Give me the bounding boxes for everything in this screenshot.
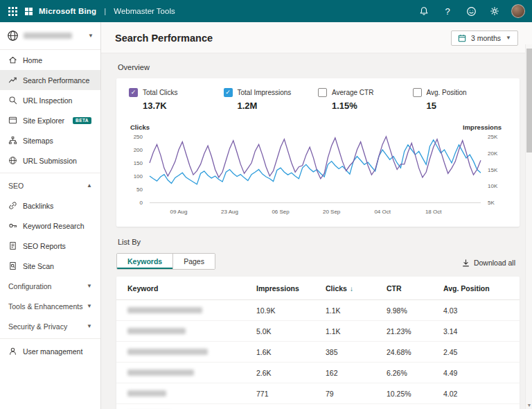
scrollbar-thumb[interactable] (526, 49, 532, 153)
sidebar-section-configuration[interactable]: Configuration ▼ (0, 276, 100, 296)
metrics-row: ✓ Total Clicks 13.7K ✓ Total Impressions… (129, 88, 507, 111)
sidebar-item-search-performance[interactable]: Search Performance (0, 70, 100, 90)
line-chart[interactable]: 250200150100500 25K20K15K10K5K (150, 137, 481, 203)
page-title: Search Performance (115, 33, 213, 44)
settings-button[interactable] (488, 4, 502, 18)
right-axis-title: Impressions (463, 123, 502, 131)
cell-keyword-redacted (127, 327, 256, 336)
product-name: Webmaster Tools (114, 7, 175, 15)
table-row[interactable]: 10.9K1.1K9.98%4.03 (116, 300, 520, 321)
cell-keyword-redacted (127, 306, 256, 315)
feedback-button[interactable] (464, 4, 478, 18)
x-axis-labels: 09 Aug23 Aug06 Sep20 Sep04 Oct18 Oct (150, 207, 481, 216)
table-row[interactable]: 1.6K38524.68%2.45 (116, 342, 520, 363)
left-axis-title: Clicks (130, 123, 150, 131)
help-button[interactable]: ? (441, 4, 454, 18)
left-axis-ticks: 250200150100500 (129, 137, 145, 202)
person-icon (8, 347, 17, 356)
sidebar-item-keyword-research[interactable]: Keyword Research (0, 216, 100, 236)
sidebar-item-sitemaps[interactable]: Sitemaps (0, 130, 100, 150)
table-row[interactable]: 5137414.42%3.75 (116, 404, 520, 409)
column-keyword[interactable]: Keyword (127, 284, 256, 293)
cell-impressions: 2.6K (256, 369, 326, 377)
metric-avg-position[interactable]: Avg. Position 15 (413, 88, 508, 111)
sort-desc-icon: ↓ (350, 285, 353, 293)
sidebar-section-tools-enhancements[interactable]: Tools & Enhancements ▼ (0, 296, 100, 316)
date-range-dropdown[interactable]: 3 months ▼ (451, 31, 518, 46)
metric-total-clicks[interactable]: ✓ Total Clicks 13.7K (129, 88, 224, 111)
notifications-button[interactable] (417, 4, 431, 18)
smiley-icon (466, 6, 477, 17)
y-axis-tick: 15K (488, 166, 497, 173)
column-impressions[interactable]: Impressions (256, 284, 326, 293)
download-all-button[interactable]: Download all (458, 256, 520, 270)
download-icon (462, 259, 470, 267)
x-axis-tick: 20 Sep (323, 209, 340, 215)
sidebar-item-seo-reports[interactable]: SEO Reports (0, 236, 100, 256)
sidebar-item-label: User management (23, 347, 82, 356)
x-axis-tick: 09 Aug (170, 209, 188, 215)
divider (0, 173, 100, 173)
sidebar-item-label: Keyword Research (23, 222, 85, 230)
column-avg-position[interactable]: Avg. Position (443, 284, 508, 293)
checkbox-total-impressions[interactable]: ✓ (224, 88, 233, 97)
sidebar-item-backlinks[interactable]: Backlinks (0, 195, 100, 216)
tab-keywords[interactable]: Keywords (117, 254, 172, 269)
main-content: Search Performance 3 months ▼ Overview ✓… (101, 22, 532, 409)
y-axis-tick: 0 (140, 200, 143, 206)
overview-label: Overview (118, 63, 520, 71)
sidebar-item-url-submission[interactable]: URL Submission (0, 150, 100, 171)
cell-impressions: 10.9K (256, 306, 326, 315)
y-axis-tick: 50 (136, 186, 143, 193)
metric-total-impressions[interactable]: ✓ Total Impressions 1.2M (224, 88, 319, 111)
avatar[interactable] (511, 4, 525, 18)
report-icon (8, 241, 17, 250)
sidebar-item-site-explorer[interactable]: Site Explorer BETA (0, 110, 100, 130)
y-axis-tick: 100 (134, 173, 143, 180)
metric-value: 1.2M (238, 101, 319, 111)
table-row[interactable]: 2.6K1626.26%4.49 (116, 363, 520, 383)
cell-keyword-redacted (127, 348, 256, 356)
tab-pages[interactable]: Pages (172, 254, 215, 269)
column-clicks[interactable]: Clicks↓ (326, 284, 387, 293)
cell-avg-position: 4.02 (443, 390, 508, 398)
sidebar-item-home[interactable]: Home (0, 50, 100, 70)
metric-label: Avg. Position (427, 89, 467, 96)
table-row[interactable]: 5.0K1.1K21.23%3.14 (116, 321, 520, 342)
sidebar: ▼ Home Search Performance URL Inspection (0, 22, 101, 409)
site-selector[interactable]: ▼ (0, 22, 100, 50)
sitemap-icon (8, 136, 17, 145)
sidebar-item-label: Sitemaps (23, 137, 53, 145)
checkbox-avg-position[interactable] (413, 88, 422, 97)
checkbox-total-clicks[interactable]: ✓ (129, 88, 138, 97)
column-ctr[interactable]: CTR (387, 284, 443, 293)
sidebar-item-user-management[interactable]: User management (0, 341, 100, 361)
site-explorer-icon (8, 116, 17, 125)
cell-ctr: 9.98% (387, 306, 443, 315)
app-launcher-button[interactable] (7, 6, 19, 17)
checkbox-average-ctr[interactable] (318, 88, 327, 97)
scrollbar-down-arrow[interactable]: ▼ (526, 403, 532, 408)
help-icon: ? (445, 6, 450, 17)
sidebar-item-site-scan[interactable]: Site Scan (0, 256, 100, 276)
y-axis-tick: 10K (488, 183, 497, 189)
keywords-table: Keyword Impressions Clicks↓ CTR Avg. Pos… (116, 277, 520, 409)
sidebar-item-url-inspection[interactable]: URL Inspection (0, 90, 100, 110)
table-row[interactable]: 7717910.25%4.02 (116, 383, 520, 404)
sidebar-item-label: URL Submission (23, 157, 77, 165)
vertical-scrollbar[interactable]: ▼ (525, 44, 532, 409)
microsoft-logo-icon (25, 8, 33, 15)
cell-avg-position: 4.49 (443, 369, 508, 377)
chevron-up-icon: ▲ (87, 183, 92, 189)
chevron-down-icon: ▼ (506, 35, 511, 41)
cell-clicks: 79 (326, 390, 387, 398)
sidebar-section-security-privacy[interactable]: Security & Privacy ▼ (0, 316, 100, 336)
chevron-down-icon: ▼ (87, 324, 92, 329)
brand-name: Microsoft Bing (39, 7, 96, 15)
cell-keyword-redacted (127, 390, 256, 398)
cell-keyword-redacted (127, 369, 256, 377)
y-axis-tick: 150 (134, 160, 143, 166)
sidebar-section-seo[interactable]: SEO ▲ (0, 175, 100, 195)
metric-average-ctr[interactable]: Average CTR 1.15% (318, 88, 413, 111)
sidebar-item-label: Home (23, 56, 42, 64)
